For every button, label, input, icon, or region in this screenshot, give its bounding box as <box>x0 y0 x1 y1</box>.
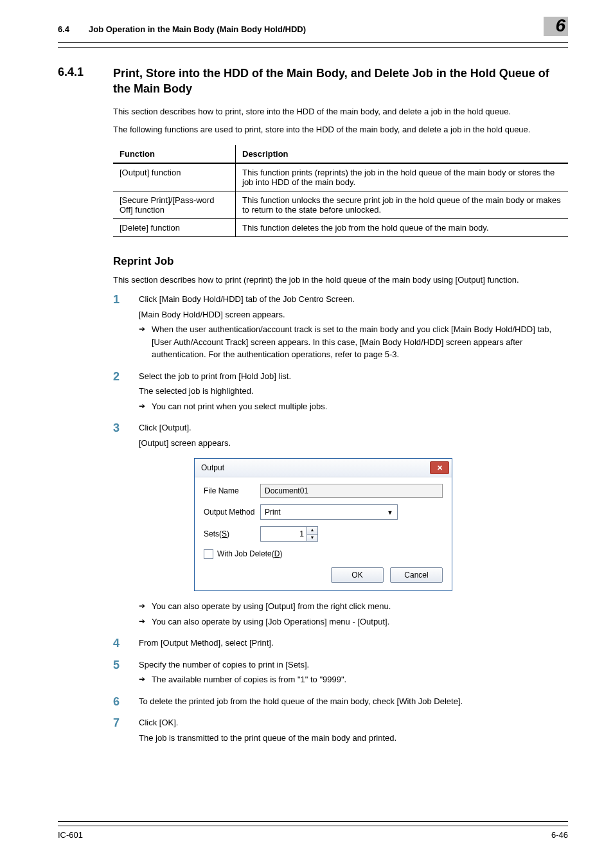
header-rule <box>58 42 568 48</box>
step-note: You can not print when you select multip… <box>139 400 568 413</box>
footer-left: IC-601 <box>58 830 83 840</box>
step-6: To delete the printed job from the hold … <box>113 695 568 708</box>
file-name-label: File Name <box>204 485 260 497</box>
intro-paragraph-2: The following functions are used to prin… <box>113 124 568 136</box>
step-main: Specify the number of copies to print in… <box>139 659 568 671</box>
close-button[interactable]: ✕ <box>430 461 449 474</box>
step-1: Click [Main Body Hold/HDD] tab of the Jo… <box>113 293 568 361</box>
chapter-badge: 6 <box>537 19 568 39</box>
cancel-button[interactable]: Cancel <box>390 567 443 583</box>
step-note: You can also operate by using [Job Opera… <box>139 616 568 628</box>
chevron-down-icon: ▼ <box>387 508 393 517</box>
with-job-delete-label: With Job Delete(D) <box>217 548 282 560</box>
footer-right: 6-46 <box>551 830 568 840</box>
step-main: Click [OK]. <box>139 716 568 729</box>
header-section-title: Job Operation in the Main Body (Main Bod… <box>89 24 537 34</box>
spin-down-icon[interactable]: ▼ <box>307 535 317 542</box>
step-main: Click [Main Body Hold/HDD] tab of the Jo… <box>139 293 568 306</box>
step-main: From [Output Method], select [Print]. <box>139 637 568 650</box>
table-head-description: Description <box>236 145 569 163</box>
section-heading: 6.4.1 Print, Store into the HDD of the M… <box>58 66 568 97</box>
step-main: To delete the printed job from the hold … <box>139 695 568 708</box>
table-row: [Secure Print]/[Pass-word Off] function … <box>113 191 568 219</box>
output-method-select[interactable]: Print ▼ <box>260 504 398 520</box>
cell-description: This function unlocks the secure print j… <box>236 191 569 219</box>
function-table: Function Description [Output] function T… <box>113 145 568 237</box>
with-job-delete-row[interactable]: With Job Delete(D) <box>204 548 443 560</box>
table-row: [Output] function This function prints (… <box>113 163 568 191</box>
with-job-delete-checkbox[interactable] <box>204 549 213 559</box>
step-note: The available number of copies is from "… <box>139 673 568 686</box>
step-7: Click [OK]. The job is transmitted to th… <box>113 716 568 744</box>
page-footer: IC-601 6-46 <box>58 830 568 840</box>
sets-value: 1 <box>261 527 306 541</box>
step-caption: [Main Body Hold/HDD] screen appears. <box>139 308 568 321</box>
spin-up-icon[interactable]: ▲ <box>307 527 317 535</box>
cell-description: This function prints (reprints) the job … <box>236 163 569 191</box>
step-caption: The job is transmitted to the print queu… <box>139 732 568 745</box>
reprint-heading: Reprint Job <box>113 255 568 268</box>
step-note: When the user authentication/account tra… <box>139 323 568 361</box>
step-caption: The selected job is highlighted. <box>139 385 568 398</box>
select-value: Print <box>265 506 281 518</box>
step-5: Specify the number of copies to print in… <box>113 659 568 686</box>
step-note: You can also operate by using [Output] f… <box>139 600 568 613</box>
close-icon: ✕ <box>437 463 443 474</box>
table-head-function: Function <box>113 145 236 163</box>
cell-function: [Secure Print]/[Pass-word Off] function <box>113 191 236 219</box>
dialog-title-text: Output <box>201 462 224 474</box>
dialog-titlebar: Output ✕ <box>195 459 452 477</box>
step-4: From [Output Method], select [Print]. <box>113 637 568 650</box>
step-caption: [Output] screen appears. <box>139 437 568 450</box>
output-dialog: Output ✕ File Name Document01 Output Met… <box>194 458 452 591</box>
footer-rule <box>58 821 568 826</box>
reprint-intro: This section describes how to print (rep… <box>113 274 568 287</box>
step-2: Select the job to print from [Hold Job] … <box>113 370 568 413</box>
table-row: [Delete] function This function deletes … <box>113 219 568 237</box>
ok-button[interactable]: OK <box>331 567 384 583</box>
section-number: 6.4.1 <box>58 66 113 97</box>
section-title: Print, Store into the HDD of the Main Bo… <box>113 66 568 97</box>
output-method-label: Output Method <box>204 506 260 518</box>
sets-stepper[interactable]: 1 ▲ ▼ <box>260 526 318 542</box>
sets-label: Sets(S) <box>204 528 260 540</box>
cell-function: [Delete] function <box>113 219 236 237</box>
running-header: 6.4 Job Operation in the Main Body (Main… <box>58 19 568 39</box>
header-section-num: 6.4 <box>58 24 89 34</box>
step-list: Click [Main Body Hold/HDD] tab of the Jo… <box>113 293 568 744</box>
file-name-field: Document01 <box>260 484 443 498</box>
step-main: Click [Output]. <box>139 421 568 434</box>
step-main: Select the job to print from [Hold Job] … <box>139 370 568 383</box>
step-3: Click [Output]. [Output] screen appears.… <box>113 421 568 628</box>
cell-function: [Output] function <box>113 163 236 191</box>
chapter-number: 6 <box>555 15 565 36</box>
cell-description: This function deletes the job from the h… <box>236 219 569 237</box>
intro-paragraph-1: This section describes how to print, sto… <box>113 106 568 118</box>
